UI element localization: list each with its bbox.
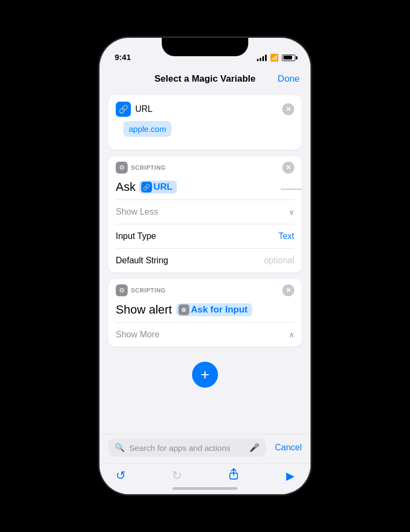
show-less-row[interactable]: Show Less ∨: [108, 200, 302, 224]
signal-bars-icon: [257, 55, 267, 61]
nav-title: Select a Magic Variable: [154, 74, 255, 84]
show-alert-label: Show alert: [116, 303, 172, 317]
input-type-row: Input Type Text: [108, 224, 302, 248]
url-chip-label: URL: [154, 182, 173, 192]
input-type-value[interactable]: Text: [279, 231, 294, 241]
url-chip-icon: 🔗: [141, 182, 152, 192]
gear-icon-2: ⚙: [116, 284, 128, 296]
scripting-card-ask: ⚙ SCRIPTING ✕ Ask 🔗 URL Show Le: [108, 156, 302, 272]
status-time: 9:41: [115, 52, 131, 63]
scripting-card-2-close-button[interactable]: ✕: [282, 284, 294, 296]
scripting-label-1: SCRIPTING: [131, 164, 166, 171]
url-card-close-button[interactable]: ✕: [282, 103, 294, 115]
battery-fill: [283, 56, 292, 59]
show-less-label: Show Less: [116, 207, 158, 217]
signal-bar-2: [260, 58, 261, 61]
chevron-down-icon-1: ∨: [289, 208, 294, 216]
done-button[interactable]: Done: [277, 74, 300, 84]
search-bar-row: 🔍 Search for apps and actions 🎤 Cancel: [108, 438, 302, 457]
play-button[interactable]: ▶: [286, 469, 294, 482]
url-label-row: 🔗 URL: [116, 102, 153, 117]
url-icon: 🔗: [116, 102, 131, 117]
nav-bar: Select a Magic Variable Done: [100, 67, 310, 89]
scripting-label-row-1: ⚙ SCRIPTING: [116, 162, 166, 174]
url-value-container: apple.com: [108, 121, 302, 150]
screen-content: Select a Magic Variable Done 🔗 URL ✕ app…: [100, 67, 310, 494]
url-card-title: URL: [135, 104, 153, 114]
scripting-card-1-close-button[interactable]: ✕: [282, 162, 294, 174]
input-type-label: Input Type: [116, 231, 156, 241]
wifi-icon: 📶: [270, 54, 279, 62]
undo-button[interactable]: ↺: [116, 469, 125, 483]
show-more-row[interactable]: Show More ∧: [108, 323, 302, 347]
phone-frame: 9:41 📶 Select a Magic Variable Done: [100, 38, 310, 494]
add-button[interactable]: +: [192, 362, 218, 388]
scripting-card-show-alert: ⚙ SCRIPTING ✕ Show alert ⚙ Ask for Input…: [108, 279, 302, 347]
signal-bar-3: [262, 56, 264, 61]
connector-line-right: [281, 189, 302, 190]
chevron-up-icon: ∧: [289, 330, 294, 339]
redo-button[interactable]: ↻: [172, 469, 182, 483]
url-card-header: 🔗 URL ✕: [108, 95, 302, 121]
notch: [162, 38, 248, 56]
signal-bar-4: [265, 55, 267, 61]
search-cancel-button[interactable]: Cancel: [270, 443, 302, 453]
mic-icon[interactable]: 🎤: [249, 443, 260, 453]
ask-label: Ask: [116, 180, 136, 194]
add-button-container: +: [108, 353, 302, 396]
scripting-card-ask-header: ⚙ SCRIPTING ✕: [108, 156, 302, 178]
show-alert-row: Show alert ⚙ Ask for Input: [108, 301, 302, 322]
battery-icon: [282, 55, 295, 61]
scroll-area: 🔗 URL ✕ apple.com ⚙ SCRIPTING ✕: [100, 89, 310, 434]
search-icon: 🔍: [115, 443, 125, 453]
default-string-placeholder[interactable]: optional: [264, 256, 294, 265]
url-chip[interactable]: 🔗 URL: [139, 181, 177, 194]
url-card: 🔗 URL ✕ apple.com: [108, 95, 302, 150]
ask-for-input-label: Ask for Input: [191, 304, 248, 315]
ask-input-chip-icon: ⚙: [178, 304, 189, 315]
search-area: 🔍 Search for apps and actions 🎤 Cancel: [100, 434, 310, 463]
ask-for-input-chip[interactable]: ⚙ Ask for Input: [176, 303, 252, 316]
search-input-container[interactable]: 🔍 Search for apps and actions 🎤: [108, 438, 266, 457]
home-indicator: [173, 487, 237, 490]
signal-bar-1: [257, 59, 259, 61]
show-more-label: Show More: [116, 330, 160, 340]
gear-icon-1: ⚙: [116, 162, 128, 174]
scripting-card-2-header: ⚙ SCRIPTING ✕: [108, 279, 302, 301]
share-icon: [228, 468, 240, 480]
add-button-label: +: [201, 367, 209, 382]
scripting-label-2: SCRIPTING: [131, 287, 166, 294]
search-input-placeholder: Search for apps and actions: [129, 443, 245, 453]
default-string-label: Default String: [116, 256, 168, 265]
ask-row: Ask 🔗 URL: [108, 178, 302, 200]
status-icons: 📶: [257, 54, 295, 63]
share-button[interactable]: [228, 468, 240, 483]
scripting-label-row-2: ⚙ SCRIPTING: [116, 284, 166, 296]
url-value[interactable]: apple.com: [123, 121, 171, 137]
default-string-row: Default String optional: [108, 249, 302, 272]
